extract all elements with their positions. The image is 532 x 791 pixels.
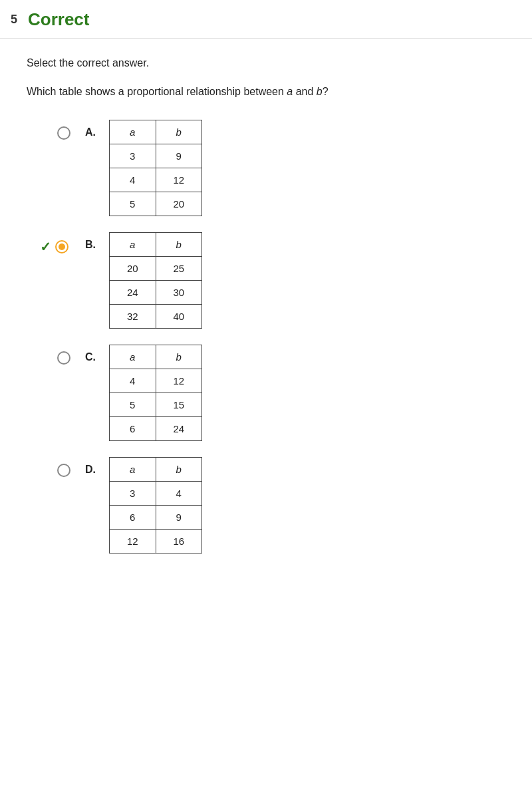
option-label-c: C.	[85, 351, 101, 363]
table-cell: 24	[110, 281, 156, 305]
table-cell: 20	[110, 257, 156, 281]
table-row: 34	[110, 482, 202, 506]
table-cell: 9	[156, 506, 202, 530]
option-label-d: D.	[85, 464, 101, 476]
option-indicator-d	[40, 464, 77, 477]
table-row: 3240	[110, 305, 202, 329]
table-cell: 32	[110, 305, 156, 329]
option-row-a[interactable]: A.ab39412520	[40, 120, 505, 216]
table-header-c: a	[110, 345, 156, 369]
table-header-b: b	[156, 233, 202, 257]
answer-table-d: ab34691216	[109, 457, 202, 554]
question-header: 5 Correct	[0, 0, 532, 39]
table-cell: 20	[156, 192, 202, 216]
table-header-a: a	[110, 120, 156, 144]
option-table-wrap-a: ab39412520	[109, 120, 505, 216]
answer-table-c: ab412515624	[109, 345, 202, 441]
table-cell: 12	[156, 369, 202, 393]
option-row-c[interactable]: C.ab412515624	[40, 345, 505, 441]
var-a: a	[287, 86, 293, 97]
table-cell: 4	[110, 168, 156, 192]
radio-d[interactable]	[57, 464, 70, 477]
table-header-c: b	[156, 345, 202, 369]
option-indicator-c	[40, 351, 77, 365]
table-cell: 4	[156, 482, 202, 506]
table-row: 515	[110, 393, 202, 417]
option-row-b[interactable]: ✓B.ab202524303240	[40, 232, 505, 329]
option-label-b: B.	[85, 239, 101, 251]
radio-inner-b	[59, 243, 65, 250]
table-cell: 12	[156, 168, 202, 192]
radio-a[interactable]	[57, 126, 70, 140]
table-row: 39	[110, 144, 202, 168]
option-indicator-b: ✓	[40, 239, 77, 255]
table-header-d: a	[110, 458, 156, 482]
table-cell: 24	[156, 417, 202, 441]
table-cell: 30	[156, 281, 202, 305]
table-cell: 16	[156, 530, 202, 554]
table-cell: 6	[110, 506, 156, 530]
table-row: 412	[110, 369, 202, 393]
option-table-wrap-b: ab202524303240	[109, 232, 505, 329]
table-cell: 5	[110, 393, 156, 417]
table-header-d: b	[156, 458, 202, 482]
table-cell: 5	[110, 192, 156, 216]
table-cell: 40	[156, 305, 202, 329]
option-row-d[interactable]: D.ab34691216	[40, 457, 505, 554]
table-row: 2430	[110, 281, 202, 305]
radio-c[interactable]	[57, 351, 70, 365]
content-area: Select the correct answer. Which table s…	[0, 39, 532, 580]
table-row: 624	[110, 417, 202, 441]
instruction-text: Select the correct answer.	[27, 57, 505, 69]
answer-table-a: ab39412520	[109, 120, 202, 216]
checkmark-icon-b: ✓	[40, 239, 51, 255]
options-list: A.ab39412520✓B.ab202524303240C.ab4125156…	[27, 120, 505, 554]
question-text-before: Which table shows a proportional relatio…	[27, 86, 287, 97]
answer-table-b: ab202524303240	[109, 232, 202, 329]
table-row: 412	[110, 168, 202, 192]
question-text: Which table shows a proportional relatio…	[27, 84, 505, 100]
table-cell: 25	[156, 257, 202, 281]
question-text-middle: and	[293, 86, 317, 97]
table-cell: 4	[110, 369, 156, 393]
table-header-a: b	[156, 120, 202, 144]
table-row: 1216	[110, 530, 202, 554]
table-cell: 12	[110, 530, 156, 554]
table-cell: 3	[110, 144, 156, 168]
table-cell: 3	[110, 482, 156, 506]
table-cell: 15	[156, 393, 202, 417]
correct-label: Correct	[28, 9, 89, 30]
option-table-wrap-c: ab412515624	[109, 345, 505, 441]
var-b: b	[317, 86, 323, 97]
option-label-a: A.	[85, 126, 101, 138]
question-number: 5	[11, 13, 17, 27]
radio-b[interactable]	[55, 240, 68, 253]
option-indicator-a	[40, 126, 77, 140]
question-text-after: ?	[323, 86, 329, 97]
table-header-b: a	[110, 233, 156, 257]
table-row: 2025	[110, 257, 202, 281]
table-row: 69	[110, 506, 202, 530]
table-cell: 9	[156, 144, 202, 168]
option-table-wrap-d: ab34691216	[109, 457, 505, 554]
table-row: 520	[110, 192, 202, 216]
table-cell: 6	[110, 417, 156, 441]
